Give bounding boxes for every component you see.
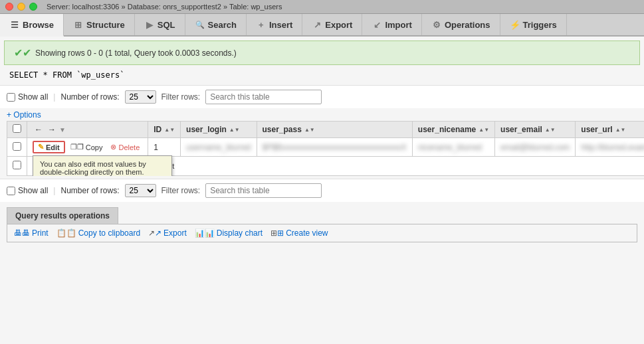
bottom-divider: | xyxy=(53,186,55,195)
table-area: ← → ▼ ID▲▼ user_login▲▼ user_pass▲▼ user… xyxy=(0,121,644,176)
select-all-checkbox[interactable] xyxy=(13,124,21,133)
close-button[interactable] xyxy=(5,3,13,11)
edit-button[interactable]: Edit xyxy=(33,141,65,153)
user-login-sort-icon: ▲▼ xyxy=(229,127,240,133)
tab-insert-label: Insert xyxy=(269,20,292,30)
delete-icon: ⊗ xyxy=(110,143,116,151)
triggers-icon xyxy=(510,19,520,30)
tab-search-label: Search xyxy=(208,20,237,30)
browse-icon xyxy=(9,19,20,30)
bottom-number-of-rows-select[interactable]: 25 50 100 xyxy=(125,184,156,197)
maximize-button[interactable] xyxy=(29,3,37,11)
row-id-cell[interactable]: 1 xyxy=(148,138,181,157)
col-user-email-header[interactable]: user_email▲▼ xyxy=(495,122,576,138)
export-icon xyxy=(312,19,322,30)
number-of-rows-select[interactable]: 25 50 100 xyxy=(125,90,156,104)
query-results-operations: Query results operations 🖶 Print 📋 Copy … xyxy=(7,207,637,242)
divider: | xyxy=(53,92,55,102)
copy-button[interactable]: ❐ Copy xyxy=(68,142,106,152)
tab-insert[interactable]: Insert xyxy=(247,14,302,35)
user-email-sort-icon: ▲▼ xyxy=(545,127,556,133)
tab-browse[interactable]: Browse xyxy=(0,14,64,37)
tab-triggers[interactable]: Triggers xyxy=(500,14,567,35)
col-user-pass-header[interactable]: user_pass▲▼ xyxy=(257,122,412,138)
bottom-toolbar: Show all | Number of rows: 25 50 100 Fil… xyxy=(0,179,644,202)
qro-copy-clipboard-link[interactable]: 📋 Copy to clipboard xyxy=(56,228,140,238)
col-user-nicename-header[interactable]: user_nicename▲▼ xyxy=(412,122,494,138)
bottom-filter-input[interactable] xyxy=(205,183,322,198)
sql-query: SELECT * FROM `wp_users` xyxy=(9,70,124,80)
tab-search[interactable]: Search xyxy=(185,14,247,35)
row-user-pass-cell[interactable]: $P$BxxxxxxxxxxxxxxxxxxxxxxxxxxxxxxX xyxy=(257,138,412,157)
import-icon xyxy=(372,19,382,30)
second-check-cell xyxy=(7,157,27,176)
tab-structure[interactable]: Structure xyxy=(64,14,135,35)
qro-copy-clipboard-label: Copy to clipboard xyxy=(78,228,140,238)
qro-export-link[interactable]: ↗ Export xyxy=(148,228,187,238)
structure-icon xyxy=(73,19,84,30)
col-nav-header: ← → ▼ xyxy=(27,122,148,138)
show-all-label[interactable]: Show all xyxy=(7,92,48,102)
tooltip-popup: You can also edit most values by double-… xyxy=(33,155,172,176)
row-checkbox[interactable] xyxy=(13,142,21,151)
table-header-row: ← → ▼ ID▲▼ user_login▲▼ user_pass▲▼ user… xyxy=(7,122,645,138)
next-nav-button[interactable]: → xyxy=(46,124,58,135)
bottom-filter-rows-label: Filter rows: xyxy=(161,186,201,195)
bottom-show-all-checkbox[interactable] xyxy=(7,187,15,195)
qro-print-label: Print xyxy=(32,228,49,238)
prev-nav-button[interactable]: ← xyxy=(33,124,45,135)
row-user-email-cell[interactable]: email@blurred.com xyxy=(495,138,576,157)
qro-print-link[interactable]: 🖶 Print xyxy=(14,228,49,238)
minimize-button[interactable] xyxy=(17,3,25,11)
nav-tabs: Browse Structure SQL Search Insert Expor… xyxy=(0,14,644,37)
table-row: Edit You can also edit most values by do… xyxy=(7,138,645,157)
qro-create-view-label: Create view xyxy=(286,228,328,238)
qro-create-view-link[interactable]: ⊞ Create view xyxy=(270,228,328,238)
bottom-number-of-rows-label: Number of rows: xyxy=(60,186,119,195)
copy-label: Copy xyxy=(86,143,103,151)
tab-export[interactable]: Export xyxy=(302,14,362,35)
row-user-nicename-cell[interactable]: nicename_blurred xyxy=(412,138,494,157)
tab-sql[interactable]: SQL xyxy=(135,14,185,35)
data-table: ← → ▼ ID▲▼ user_login▲▼ user_pass▲▼ user… xyxy=(7,121,644,176)
qro-chart-label: Display chart xyxy=(217,228,263,238)
tab-sql-label: SQL xyxy=(158,20,175,30)
top-toolbar: Show all | Number of rows: 25 50 100 Fil… xyxy=(0,85,644,108)
col-user-url-header[interactable]: user_url▲▼ xyxy=(576,122,644,138)
operations-icon xyxy=(431,19,442,30)
tab-import-label: Import xyxy=(385,20,411,30)
row-user-url-cell[interactable]: http://blurred.example.com xyxy=(576,138,644,157)
tab-structure-label: Structure xyxy=(86,20,125,30)
col-user-login-header[interactable]: user_login▲▼ xyxy=(181,122,257,138)
sql-display: SELECT * FROM `wp_users` xyxy=(0,68,644,85)
window-chrome: Server: localhost:3306 » Database: onrs_… xyxy=(0,0,644,14)
search-icon xyxy=(195,19,205,30)
row-actions-cell: Edit You can also edit most values by do… xyxy=(27,138,148,157)
options-link[interactable]: + Options xyxy=(7,110,41,120)
top-filter-input[interactable] xyxy=(205,90,322,104)
delete-button[interactable]: ⊗ Delete xyxy=(108,142,142,152)
bottom-show-all-label[interactable]: Show all xyxy=(7,186,48,195)
id-sort-icon: ▲▼ xyxy=(164,127,175,133)
edit-btn-wrapper: Edit You can also edit most values by do… xyxy=(33,141,65,153)
copy-icon: ❐ xyxy=(70,143,84,151)
tab-operations-label: Operations xyxy=(445,20,490,30)
user-nicename-sort-icon: ▲▼ xyxy=(479,127,489,133)
view-icon: ⊞ xyxy=(270,228,284,238)
qro-chart-link[interactable]: 📊 Display chart xyxy=(195,228,263,238)
col-id-header[interactable]: ID▲▼ xyxy=(148,122,181,138)
tooltip-text: You can also edit most values by double-… xyxy=(40,160,146,176)
qro-export-icon: ↗ xyxy=(148,228,161,238)
row-user-login-cell[interactable]: username_blurred xyxy=(181,138,257,157)
filter-rows-label: Filter rows: xyxy=(161,92,201,102)
show-all-checkbox[interactable] xyxy=(7,93,15,102)
second-row-checkbox[interactable] xyxy=(13,161,21,169)
clipboard-icon: 📋 xyxy=(56,228,76,238)
tab-import[interactable]: Import xyxy=(362,14,421,35)
window-title: Server: localhost:3306 » Database: onrs_… xyxy=(47,3,282,11)
print-icon: 🖶 xyxy=(14,228,30,238)
row-actions: Edit You can also edit most values by do… xyxy=(33,141,142,153)
tab-browse-label: Browse xyxy=(23,20,54,30)
success-banner: ✔ Showing rows 0 - 0 (1 total, Query too… xyxy=(4,41,640,65)
tab-operations[interactable]: Operations xyxy=(422,14,500,35)
